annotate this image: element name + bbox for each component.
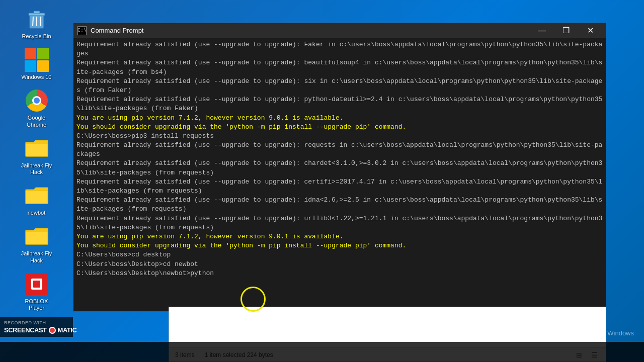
watermark-brand-suffix: MATIC <box>58 326 77 334</box>
cmd-line: Requirement already satisfied (use --upg… <box>76 95 603 113</box>
cmd-line: You should consider upgrading via the 'p… <box>76 241 603 250</box>
desktop-icon-roblox[interactable]: ROBLOX Player <box>17 270 57 313</box>
cmd-controls: — ❐ ✕ <box>530 23 602 38</box>
roblox-icon <box>25 272 49 296</box>
cmd-close-button[interactable]: ✕ <box>579 23 602 38</box>
cmd-line: C:\Users\boss\Desktop\newbot>python <box>76 269 603 278</box>
cmd-line: C:\Users\boss\Desktop>cd newbot <box>76 260 603 269</box>
desktop-icon-recycle-bin[interactable]: Recycle Bin <box>17 5 57 42</box>
cmd-line: C:\Users\boss>pip3 install requests <box>76 132 603 141</box>
cmd-minimize-button[interactable]: — <box>530 23 553 38</box>
desktop-icons-area: Recycle Bin Windows 10 Google Chrome <box>0 0 73 362</box>
cmd-content[interactable]: Requirement already satisfied (use --upg… <box>73 38 606 311</box>
desktop: Recycle Bin Windows 10 Google Chrome <box>0 0 644 362</box>
cmd-line: Requirement already satisfied (use --upg… <box>76 177 603 196</box>
svg-rect-8 <box>33 281 40 288</box>
taskbar <box>0 342 644 362</box>
desktop-icon-jailbreak2[interactable]: Jailbreak Fly Hack <box>17 222 57 265</box>
cmd-window: C:\ Command Prompt — ❐ ✕ Requirement alr… <box>73 23 606 312</box>
jailbreak1-label: Jailbreak Fly Hack <box>19 162 55 175</box>
cmd-line: You should consider upgrading via the 'p… <box>76 123 603 132</box>
desktop-icon-google-chrome[interactable]: Google Chrome <box>17 86 57 130</box>
cmd-titlebar-icon: C:\ <box>77 26 87 35</box>
explorer-content <box>169 307 606 347</box>
desktop-icon-jailbreak1[interactable]: Jailbreak Fly Hack <box>17 134 57 177</box>
roblox-label: ROBLOX Player <box>19 298 55 311</box>
svg-line-3 <box>33 17 33 26</box>
recycle-bin-label: Recycle Bin <box>22 33 51 40</box>
cmd-restore-button[interactable]: ❐ <box>554 23 578 38</box>
recycle-bin-icon <box>25 7 49 31</box>
jailbreak2-icon <box>25 224 49 248</box>
cmd-titlebar: C:\ Command Prompt — ❐ ✕ <box>73 23 606 38</box>
cmd-line: Requirement already satisfied (use --upg… <box>76 214 603 232</box>
windows10-icon <box>25 48 49 72</box>
cmd-title: Command Prompt <box>91 27 530 34</box>
desktop-icon-newbot[interactable]: newbot <box>17 182 57 218</box>
svg-line-5 <box>40 17 41 26</box>
svg-rect-2 <box>34 11 40 14</box>
watermark: RECORDED WITH SCREENCAST MATIC <box>0 317 73 337</box>
cmd-line: Requirement already satisfied (use --upg… <box>76 141 603 159</box>
newbot-label: newbot <box>28 210 45 216</box>
google-chrome-icon <box>25 88 49 113</box>
windows10-label: Windows 10 <box>22 74 52 80</box>
watermark-brand: SCREENCAST MATIC <box>4 326 69 334</box>
activate-windows[interactable]: Activate Windows <box>582 329 634 337</box>
cmd-line: You are using pip version 7.1.2, however… <box>76 114 603 123</box>
jailbreak2-label: Jailbreak Fly Hack <box>19 250 55 263</box>
watermark-dot-icon <box>49 327 56 334</box>
google-chrome-label: Google Chrome <box>19 115 55 128</box>
cmd-line: C:\Users\boss>cd desktop <box>76 250 603 259</box>
desktop-icon-windows10[interactable]: Windows 10 <box>17 46 57 82</box>
watermark-brand-name: SCREENCAST <box>4 326 47 334</box>
cmd-line: Requirement already satisfied (use --upg… <box>76 159 603 177</box>
cmd-line: Requirement already satisfied (use --upg… <box>76 58 603 76</box>
cmd-line: You are using pip version 7.1.2, however… <box>76 232 603 241</box>
watermark-recorded-label: RECORDED WITH <box>4 320 69 325</box>
cmd-line: Requirement already satisfied (use --upg… <box>76 40 603 58</box>
newbot-icon <box>25 184 49 208</box>
jailbreak1-icon <box>25 136 49 160</box>
cmd-line: Requirement already satisfied (use --upg… <box>76 196 603 214</box>
cmd-line: Requirement already satisfied (use --upg… <box>76 77 603 95</box>
